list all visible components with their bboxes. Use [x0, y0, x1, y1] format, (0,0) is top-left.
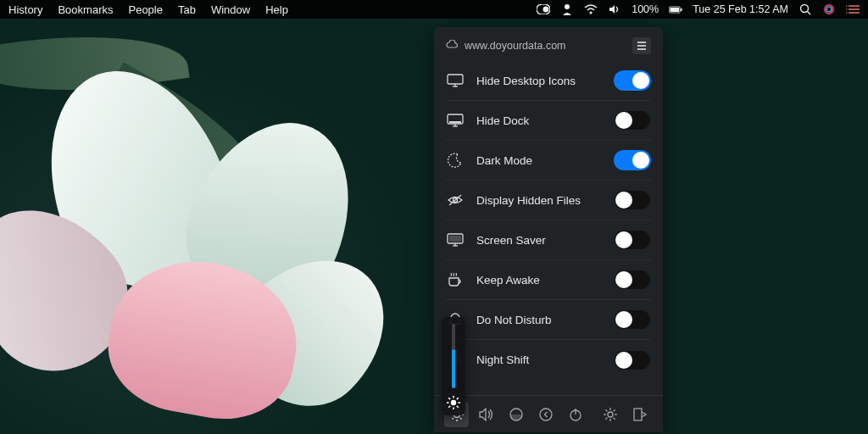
menu-window[interactable]: Window — [211, 3, 250, 16]
toggle-hide-dock[interactable] — [614, 110, 651, 131]
svg-point-7 — [801, 5, 809, 13]
toggle-display-hidden-files[interactable] — [614, 190, 651, 210]
footer-settings-button[interactable] — [598, 402, 623, 427]
row-hide-dock: Hide Dock — [446, 101, 651, 141]
toggle-dark-mode[interactable] — [614, 150, 651, 170]
search-icon[interactable] — [798, 3, 812, 16]
svg-line-51 — [614, 417, 615, 419]
svg-rect-28 — [449, 236, 461, 242]
menu-bookmarks[interactable]: Bookmarks — [58, 3, 113, 16]
panel-footer — [434, 395, 663, 432]
svg-rect-22 — [449, 121, 461, 123]
svg-line-53 — [614, 409, 615, 411]
svg-line-39 — [452, 418, 453, 420]
menu-tab[interactable]: Tab — [178, 3, 196, 16]
cloud-icon — [446, 40, 458, 52]
screensaver-icon — [446, 231, 465, 249]
svg-point-3 — [590, 12, 593, 14]
siri-icon[interactable] — [822, 3, 836, 16]
panel-title: www.doyourdata.com — [465, 40, 566, 52]
svg-point-2 — [565, 4, 570, 9]
svg-rect-18 — [448, 75, 463, 84]
battery-icon[interactable] — [669, 3, 682, 16]
svg-point-17 — [846, 12, 848, 14]
brightness-icon — [446, 395, 461, 410]
svg-point-15 — [846, 5, 848, 7]
toggle-keep-awake[interactable] — [614, 270, 651, 290]
svg-point-55 — [451, 400, 456, 405]
svg-line-61 — [457, 406, 459, 408]
svg-line-52 — [606, 417, 608, 419]
dock-icon — [446, 111, 465, 130]
toggle-list: Hide Desktop Icons Hide Dock Dark Mode D… — [434, 61, 663, 395]
svg-line-38 — [460, 418, 462, 420]
row-label: Keep Awake — [476, 274, 540, 287]
row-label: Hide Desktop Icons — [476, 75, 576, 87]
row-label: Dark Mode — [476, 154, 532, 167]
toggle-hide-desktop-icons[interactable] — [614, 70, 651, 91]
menu-bar: History Bookmarks People Tab Window Help… — [0, 0, 868, 19]
moon-icon — [446, 151, 465, 170]
brightness-slider[interactable] — [442, 317, 465, 415]
row-label: Display Hidden Files — [476, 194, 581, 207]
row-screen-saver: Screen Saver — [446, 220, 651, 260]
panel-menu-button[interactable] — [632, 37, 651, 54]
row-do-not-disturb: Do Not Disturb — [446, 300, 651, 340]
desktop-icon — [446, 71, 465, 90]
svg-point-1 — [543, 7, 549, 13]
volume-icon[interactable] — [608, 3, 621, 16]
toggle-night-shift[interactable] — [614, 350, 651, 370]
row-hide-desktop-icons: Hide Desktop Icons — [446, 61, 651, 101]
svg-line-50 — [606, 409, 608, 411]
footer-back-button[interactable] — [533, 402, 558, 427]
row-keep-awake: Keep Awake — [446, 260, 651, 300]
svg-line-63 — [457, 398, 459, 399]
row-night-shift: Night Shift — [446, 340, 651, 380]
brightness-track[interactable] — [452, 324, 455, 388]
row-label: Screen Saver — [476, 234, 546, 247]
menubar-user-icon[interactable] — [560, 3, 574, 16]
toggle-do-not-disturb[interactable] — [614, 309, 651, 330]
svg-point-16 — [846, 8, 848, 10]
menubar-list-icon[interactable] — [846, 3, 860, 16]
svg-rect-5 — [670, 7, 680, 11]
svg-line-26 — [449, 195, 461, 205]
eye-off-icon — [446, 191, 465, 209]
svg-line-62 — [448, 406, 450, 408]
svg-point-45 — [608, 412, 613, 417]
menu-people[interactable]: People — [128, 3, 162, 16]
row-display-hidden-files: Display Hidden Files — [446, 181, 651, 220]
wifi-icon[interactable] — [584, 3, 598, 16]
quick-menu-panel: www.doyourdata.com Hide Desktop Icons Hi… — [434, 27, 663, 432]
footer-exit-button[interactable] — [628, 402, 653, 427]
coffee-icon — [446, 270, 465, 289]
row-label: Night Shift — [476, 353, 529, 366]
footer-power-button[interactable] — [564, 402, 588, 427]
menu-help[interactable]: Help — [265, 3, 288, 16]
svg-line-60 — [448, 398, 450, 399]
menubar-datetime[interactable]: Tue 25 Feb 1:52 AM — [693, 3, 788, 15]
row-dark-mode: Dark Mode — [446, 141, 651, 181]
svg-rect-54 — [634, 409, 642, 420]
row-label: Do Not Disturb — [476, 314, 552, 326]
menubar-app-icon[interactable] — [537, 3, 550, 16]
menu-history[interactable]: History — [8, 3, 42, 16]
toggle-screen-saver[interactable] — [614, 230, 651, 250]
footer-volume-button[interactable] — [474, 402, 498, 427]
footer-disk-button[interactable] — [504, 402, 528, 427]
svg-point-42 — [540, 409, 552, 420]
row-label: Hide Dock — [476, 114, 529, 127]
battery-percent: 100% — [632, 3, 659, 15]
svg-line-8 — [808, 12, 811, 15]
svg-rect-6 — [681, 8, 682, 11]
brightness-fill — [452, 349, 455, 388]
